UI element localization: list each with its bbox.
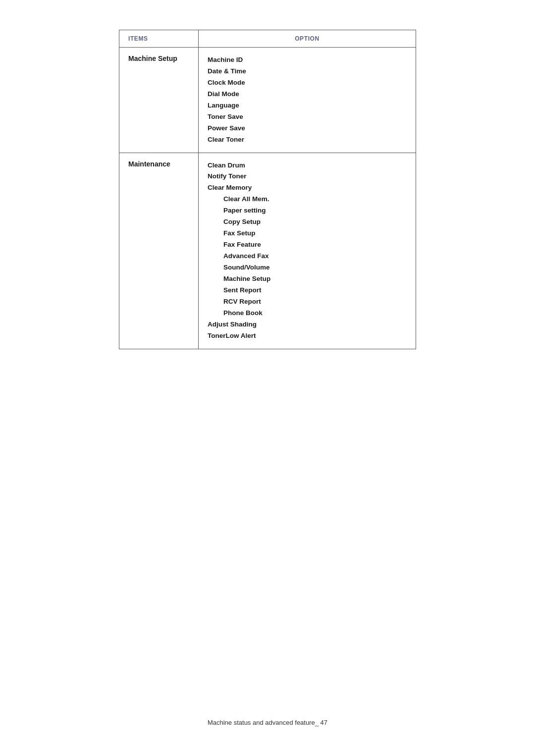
option-item: Clock Mode — [208, 77, 407, 89]
option-header: OPTION — [199, 30, 416, 48]
option-item: Copy Setup — [208, 216, 407, 228]
item-cell-maintenance: Maintenance — [119, 153, 199, 349]
option-item: Fax Feature — [208, 239, 407, 251]
option-item: Advanced Fax — [208, 251, 407, 262]
option-item: Phone Book — [208, 308, 407, 319]
option-item: RCV Report — [208, 296, 407, 308]
option-item: Adjust Shading — [208, 319, 407, 330]
option-cell-maintenance: Clean DrumNotify TonerClear MemoryClear … — [199, 153, 416, 349]
option-item: Fax Setup — [208, 228, 407, 239]
option-item: Clear All Mem. — [208, 194, 407, 205]
option-item: Sound/Volume — [208, 262, 407, 273]
option-item: Clear Memory — [208, 182, 407, 194]
option-item: Dial Mode — [208, 89, 407, 100]
option-item: Toner Save — [208, 111, 407, 123]
page-footer: Machine status and advanced feature_ 47 — [0, 719, 535, 726]
option-item: TonerLow Alert — [208, 330, 407, 342]
item-cell-machine-setup: Machine Setup — [119, 48, 199, 153]
option-item: Sent Report — [208, 285, 407, 296]
option-item: Clear Toner — [208, 134, 407, 146]
option-item: Notify Toner — [208, 171, 407, 182]
page-container: ITEMS OPTION Machine SetupMachine IDDate… — [79, 0, 456, 379]
settings-table: ITEMS OPTION Machine SetupMachine IDDate… — [119, 30, 416, 349]
option-item: Machine Setup — [208, 273, 407, 285]
option-item: Paper setting — [208, 205, 407, 216]
items-header: ITEMS — [119, 30, 199, 48]
option-item: Language — [208, 100, 407, 111]
footer-text: Machine status and advanced feature_ 47 — [208, 719, 327, 726]
option-item: Date & Time — [208, 66, 407, 77]
option-cell-machine-setup: Machine IDDate & TimeClock ModeDial Mode… — [199, 48, 416, 153]
option-item: Machine ID — [208, 54, 407, 66]
option-item: Power Save — [208, 123, 407, 134]
option-item: Clean Drum — [208, 160, 407, 171]
